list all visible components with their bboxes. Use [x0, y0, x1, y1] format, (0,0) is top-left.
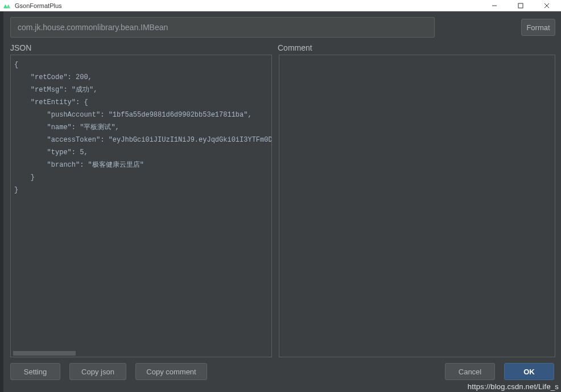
titlebar: GsonFormatPlus	[0, 0, 561, 11]
top-row: Format	[3, 11, 561, 38]
cancel-button[interactable]: Cancel	[445, 363, 495, 380]
maximize-button[interactable]	[508, 0, 534, 11]
bottom-row: Setting Copy json Copy comment Cancel OK	[3, 357, 561, 386]
horizontal-scrollbar-thumb[interactable]	[13, 351, 76, 356]
comment-panel[interactable]	[279, 55, 555, 357]
svg-rect-1	[518, 3, 523, 8]
panels: { "retCode": 200, "retMsg": "成功", "retEn…	[3, 55, 561, 357]
format-button[interactable]: Format	[521, 19, 555, 36]
close-button[interactable]	[534, 0, 560, 11]
class-name-input[interactable]	[10, 17, 435, 38]
copy-comment-button[interactable]: Copy comment	[135, 363, 207, 380]
window-controls	[481, 0, 560, 11]
copy-json-button[interactable]: Copy json	[69, 363, 126, 380]
comment-label: Comment	[278, 43, 312, 52]
section-labels: JSON Comment	[3, 38, 561, 55]
json-label: JSON	[10, 43, 278, 52]
app-icon	[3, 2, 11, 10]
window-title: GsonFormatPlus	[15, 2, 481, 9]
json-panel[interactable]: { "retCode": 200, "retMsg": "成功", "retEn…	[10, 55, 272, 357]
minimize-button[interactable]	[481, 0, 508, 11]
setting-button[interactable]: Setting	[10, 363, 60, 380]
json-content[interactable]: { "retCode": 200, "retMsg": "成功", "retEn…	[13, 59, 269, 196]
ok-button[interactable]: OK	[504, 363, 554, 380]
dialog-body: Format JSON Comment { "retCode": 200, "r…	[0, 11, 561, 392]
